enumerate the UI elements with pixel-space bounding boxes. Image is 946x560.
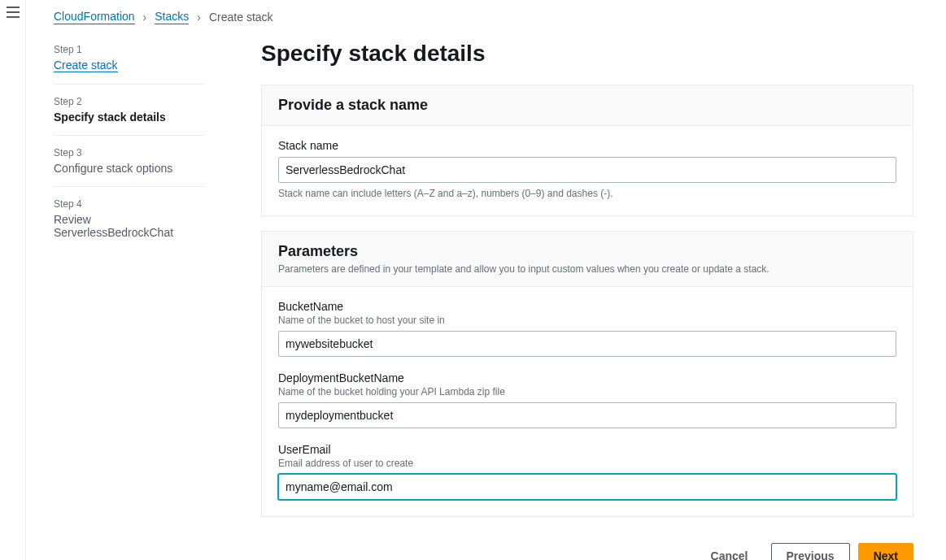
breadcrumb-stacks[interactable]: Stacks: [155, 10, 189, 24]
menu-icon[interactable]: [7, 7, 20, 18]
param-label-useremail: UserEmail: [278, 443, 896, 456]
wizard-step-4: Step 4 Review ServerlessBedrockChat: [54, 186, 204, 250]
wizard-step-2: Step 2 Specify stack details: [54, 84, 204, 135]
cancel-button[interactable]: Cancel: [696, 543, 763, 560]
wizard-step-1[interactable]: Step 1 Create stack: [54, 44, 204, 84]
parameters-panel: Parameters Parameters are defined in you…: [261, 231, 913, 517]
stack-name-label: Stack name: [278, 139, 896, 152]
panel-heading: Provide a stack name: [278, 97, 896, 114]
stack-name-panel: Provide a stack name Stack name Stack na…: [261, 85, 913, 216]
param-input-bucketname[interactable]: [278, 331, 896, 357]
param-label-bucketname: BucketName: [278, 300, 896, 313]
wizard-steps: Step 1 Create stack Step 2 Specify stack…: [54, 44, 204, 560]
breadcrumb: CloudFormation › Stacks › Create stack: [54, 10, 913, 24]
stack-name-helper: Stack name can include letters (A–Z and …: [278, 188, 896, 199]
param-desc-useremail: Email address of user to create: [278, 458, 896, 469]
chevron-right-icon: ›: [197, 11, 201, 24]
param-desc-deploymentbucketname: Name of the bucket holding your API Lamb…: [278, 386, 896, 397]
panel-subtext: Parameters are defined in your template …: [278, 263, 896, 275]
param-input-deploymentbucketname[interactable]: [278, 402, 896, 428]
param-input-useremail[interactable]: [278, 474, 896, 500]
param-label-deploymentbucketname: DeploymentBucketName: [278, 371, 896, 384]
stack-name-input[interactable]: [278, 157, 896, 183]
chevron-right-icon: ›: [143, 11, 147, 24]
wizard-footer: Cancel Previous Next: [261, 532, 913, 560]
breadcrumb-cloudformation[interactable]: CloudFormation: [54, 10, 135, 24]
wizard-step-3: Step 3 Configure stack options: [54, 135, 204, 186]
breadcrumb-current: Create stack: [209, 11, 273, 24]
next-button[interactable]: Next: [858, 543, 913, 560]
previous-button[interactable]: Previous: [771, 543, 850, 560]
page-title: Specify stack details: [261, 41, 913, 67]
panel-heading: Parameters: [278, 243, 896, 260]
param-desc-bucketname: Name of the bucket to host your site in: [278, 315, 896, 326]
